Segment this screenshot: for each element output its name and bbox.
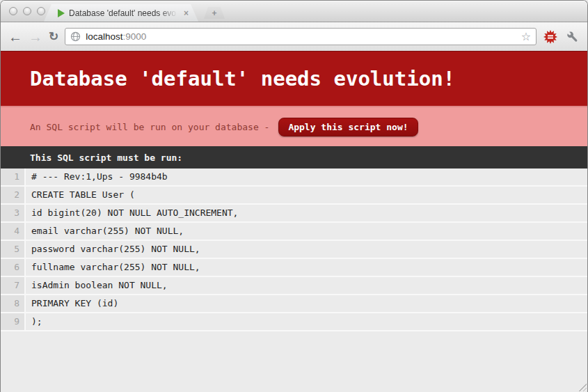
- play-framework-favicon-icon: [58, 9, 65, 17]
- code-line: 6fullname varchar(255) NOT NULL,: [1, 259, 587, 277]
- globe-icon: [70, 31, 81, 42]
- code-line: 8PRIMARY KEY (id): [1, 295, 587, 313]
- url-text: localhost:9000: [86, 31, 146, 42]
- line-number: 2: [1, 187, 26, 203]
- code-line: 5password varchar(255) NOT NULL,: [1, 241, 587, 259]
- url-input[interactable]: localhost:9000 ☆: [65, 28, 537, 45]
- line-number: 5: [1, 241, 26, 258]
- line-number: 7: [1, 277, 26, 294]
- extension-badge-icon[interactable]: [543, 29, 558, 45]
- minimize-window-button[interactable]: [23, 7, 31, 15]
- url-port: :9000: [123, 31, 147, 42]
- code-line: 1# --- Rev:1,Ups - 9984b4b: [1, 168, 587, 187]
- code-line: 4email varchar(255) NOT NULL,: [1, 223, 587, 241]
- window-controls: [9, 7, 45, 15]
- error-header: Database 'default' needs evolution!: [1, 51, 587, 106]
- line-code: );: [26, 313, 42, 330]
- plus-icon: +: [212, 9, 216, 17]
- line-code: CREATE TABLE User (: [26, 187, 135, 203]
- bookmark-star-icon[interactable]: ☆: [521, 31, 531, 42]
- tab-title: Database 'default' needs evo: [69, 8, 180, 18]
- line-number: 3: [1, 205, 26, 221]
- line-code: fullname varchar(255) NOT NULL,: [26, 259, 200, 276]
- code-line: 9);: [1, 313, 587, 331]
- notice-text: An SQL script will be run on your databa…: [30, 122, 269, 132]
- titlebar: Database 'default' needs evo × +: [1, 1, 587, 22]
- code-line: 3id bigint(20) NOT NULL AUTO_INCREMENT,: [1, 205, 587, 223]
- zoom-window-button[interactable]: [37, 7, 45, 15]
- notice-band: An SQL script will be run on your databa…: [1, 106, 587, 146]
- close-window-button[interactable]: [9, 7, 17, 15]
- new-tab-button[interactable]: +: [204, 7, 225, 19]
- page-content: Database 'default' needs evolution! An S…: [1, 51, 587, 392]
- line-number: 6: [1, 259, 26, 276]
- script-bar: This SQL script must be run:: [1, 146, 587, 168]
- line-number: 4: [1, 223, 26, 240]
- line-code: # --- Rev:1,Ups - 9984b4b: [26, 168, 168, 185]
- line-code: isAdmin boolean NOT NULL,: [26, 277, 168, 294]
- line-code: email varchar(255) NOT NULL,: [26, 223, 184, 240]
- forward-button[interactable]: →: [29, 30, 42, 44]
- code-line: 2CREATE TABLE User (: [1, 187, 587, 205]
- reload-button[interactable]: ↻: [49, 31, 58, 42]
- line-code: password varchar(255) NOT NULL,: [26, 241, 200, 258]
- line-number: 9: [1, 313, 26, 330]
- wrench-menu-icon[interactable]: [564, 29, 580, 45]
- browser-toolbar: ← → ↻ localhost:9000 ☆: [1, 22, 587, 51]
- tab-close-icon[interactable]: ×: [184, 9, 189, 17]
- browser-window: Database 'default' needs evo × + ← → ↻ l…: [0, 0, 588, 392]
- browser-tab[interactable]: Database 'default' needs evo ×: [44, 4, 198, 22]
- apply-script-button[interactable]: Apply this script now!: [278, 118, 418, 136]
- line-code: id bigint(20) NOT NULL AUTO_INCREMENT,: [26, 205, 238, 221]
- script-bar-label: This SQL script must be run:: [30, 152, 182, 163]
- line-code: PRIMARY KEY (id): [26, 295, 118, 312]
- code-line: 7isAdmin boolean NOT NULL,: [1, 277, 587, 295]
- sql-script-listing: 1# --- Rev:1,Ups - 9984b4b2CREATE TABLE …: [1, 168, 587, 392]
- url-host: localhost: [86, 31, 122, 42]
- line-number: 1: [1, 168, 26, 185]
- back-button[interactable]: ←: [8, 30, 22, 44]
- line-number: 8: [1, 295, 26, 312]
- page-title: Database 'default' needs evolution!: [30, 67, 455, 91]
